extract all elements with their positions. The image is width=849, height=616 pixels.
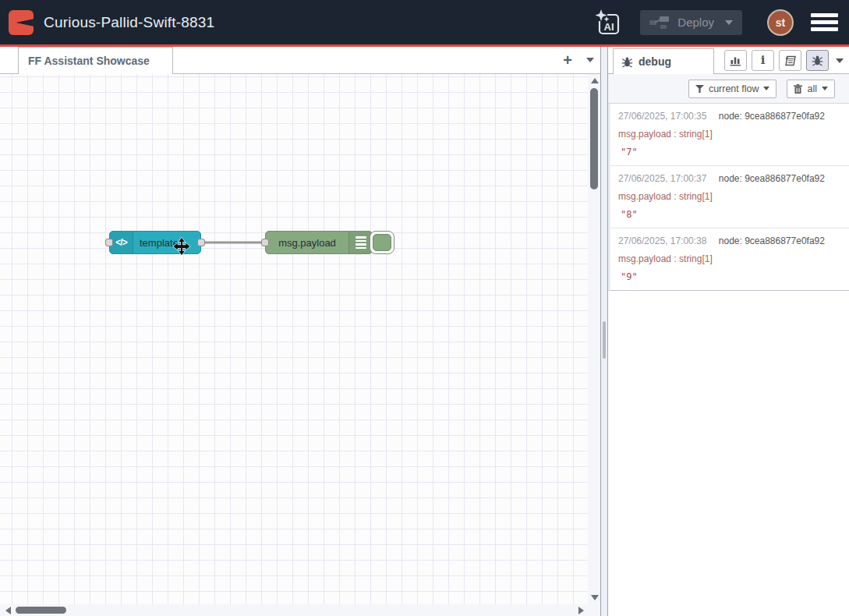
template-input-port[interactable] xyxy=(105,239,113,246)
flowfuse-logo[interactable] xyxy=(8,9,34,36)
debug-enable-toggle[interactable] xyxy=(370,231,394,254)
scroll-up-arrow-icon[interactable] xyxy=(591,78,599,83)
sidebar-tab-debug-label: debug xyxy=(639,55,671,68)
ai-sparkle-icon: AI xyxy=(592,7,623,38)
flow-list-caret-icon[interactable] xyxy=(586,58,594,62)
message-property[interactable]: msg.payload : string[1] xyxy=(618,253,841,264)
canvas-vertical-scrollbar[interactable] xyxy=(588,74,600,604)
debug-input-port[interactable] xyxy=(261,239,269,246)
message-node-id: node: 9cea886877e0fa92 xyxy=(719,173,825,184)
app-title: Curious-Pallid-Swift-8831 xyxy=(44,14,214,31)
node-template-label: template xyxy=(133,237,200,249)
node-debug[interactable]: msg.payload xyxy=(265,231,373,254)
context-tab-button[interactable] xyxy=(779,50,801,71)
horizontal-scroll-thumb[interactable] xyxy=(16,607,66,614)
sidebar-header: debug i xyxy=(608,47,849,74)
dashboard-tab-button[interactable] xyxy=(724,50,747,71)
deploy-caret-icon[interactable] xyxy=(725,20,733,25)
scroll-down-arrow-icon[interactable] xyxy=(591,595,599,600)
filter-funnel-icon xyxy=(695,85,704,93)
message-value[interactable]: "8" xyxy=(618,209,841,220)
message-node-id: node: 9cea886877e0fa92 xyxy=(719,235,825,246)
debug-list-icon xyxy=(348,232,372,253)
debug-toolbar: current flow all xyxy=(608,74,849,104)
add-flow-button[interactable]: + xyxy=(563,52,572,68)
debug-filter-label: current flow xyxy=(709,83,759,94)
template-icon: </> xyxy=(110,232,133,253)
user-avatar[interactable]: st xyxy=(767,9,794,36)
message-property[interactable]: msg.payload : string[1] xyxy=(618,129,841,140)
message-node-id: node: 9cea886877e0fa92 xyxy=(719,111,825,122)
flow-tab-label: FF Assistant Showcase xyxy=(28,55,150,67)
info-tab-button[interactable]: i xyxy=(752,50,774,71)
message-timestamp: 27/06/2025, 17:00:38 xyxy=(618,235,706,246)
message-value[interactable]: "9" xyxy=(618,271,841,282)
sidebar-empty-area xyxy=(608,291,849,616)
flow-canvas[interactable]: </> template msg.payload xyxy=(0,74,588,604)
bug-icon xyxy=(621,56,633,68)
bug-icon xyxy=(812,55,823,66)
debug-tab-button[interactable] xyxy=(806,50,829,71)
splitter-grip[interactable] xyxy=(603,321,606,359)
deploy-button[interactable]: Deploy xyxy=(640,10,742,35)
debug-message[interactable]: 27/06/2025, 17:00:35 node: 9cea886877e0f… xyxy=(610,104,849,166)
node-debug-label: msg.payload xyxy=(266,237,348,249)
debug-filter-button[interactable]: current flow xyxy=(688,80,777,98)
message-value[interactable]: "7" xyxy=(618,147,841,158)
flow-tabstrip: FF Assistant Showcase + xyxy=(0,47,600,74)
vertical-scroll-thumb[interactable] xyxy=(590,88,598,189)
filter-caret-icon xyxy=(763,87,769,90)
wire-layer xyxy=(0,74,588,604)
sidebar: debug i xyxy=(608,47,849,616)
template-output-port[interactable] xyxy=(197,239,205,246)
canvas-horizontal-scrollbar[interactable] xyxy=(0,604,600,616)
debug-clear-label: all xyxy=(807,83,817,94)
bar-chart-icon xyxy=(730,55,741,66)
message-property[interactable]: msg.payload : string[1] xyxy=(618,191,841,202)
sidebar-menu-caret-icon[interactable] xyxy=(836,58,844,63)
clear-caret-icon xyxy=(822,87,828,90)
header-bar: Curious-Pallid-Swift-8831 AI Deploy st xyxy=(0,0,849,44)
sidebar-tab-debug[interactable]: debug xyxy=(613,48,714,74)
main-menu-button[interactable] xyxy=(811,13,838,31)
hamburger-icon xyxy=(811,13,838,17)
workspace: FF Assistant Showcase + </> t xyxy=(0,47,600,616)
svg-text:AI: AI xyxy=(604,21,614,33)
scroll-right-arrow-icon[interactable] xyxy=(578,607,584,614)
debug-clear-button[interactable]: all xyxy=(787,80,835,98)
scroll-left-arrow-icon[interactable] xyxy=(5,607,11,614)
node-red-app: Curious-Pallid-Swift-8831 AI Deploy st xyxy=(0,0,849,616)
book-icon xyxy=(784,55,797,66)
trash-icon xyxy=(794,84,802,94)
debug-message-list: 27/06/2025, 17:00:35 node: 9cea886877e0f… xyxy=(608,104,849,291)
deploy-nodes-icon xyxy=(649,16,670,30)
sidebar-splitter[interactable] xyxy=(600,47,608,616)
node-template[interactable]: </> template xyxy=(109,231,201,254)
ai-assistant-button[interactable]: AI xyxy=(592,7,623,38)
flow-tab-active[interactable]: FF Assistant Showcase xyxy=(18,47,173,74)
debug-message[interactable]: 27/06/2025, 17:00:38 node: 9cea886877e0f… xyxy=(610,228,849,290)
debug-message[interactable]: 27/06/2025, 17:00:37 node: 9cea886877e0f… xyxy=(610,166,849,228)
message-timestamp: 27/06/2025, 17:00:35 xyxy=(618,111,706,122)
message-timestamp: 27/06/2025, 17:00:37 xyxy=(618,173,706,184)
deploy-label: Deploy xyxy=(677,16,714,29)
info-icon: i xyxy=(761,55,766,66)
